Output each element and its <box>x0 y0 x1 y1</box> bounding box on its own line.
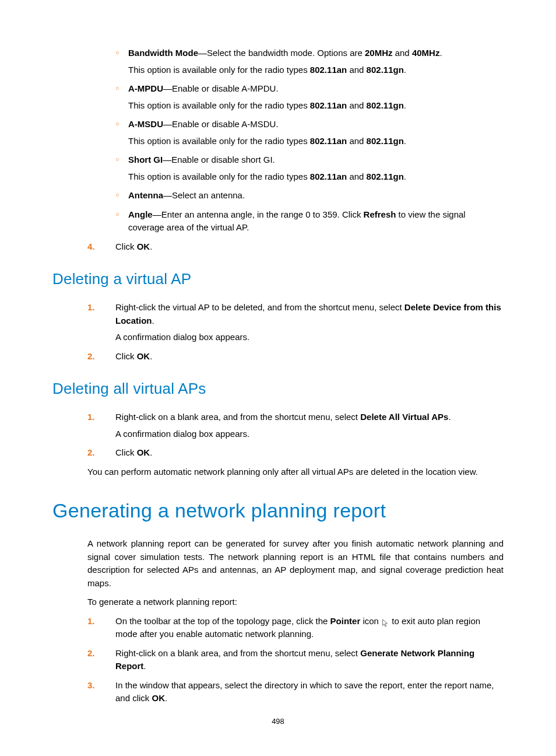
step-number: 2. <box>87 446 105 460</box>
text: . <box>143 661 146 671</box>
option-desc: —Enable or disable short GI. <box>163 155 275 164</box>
text: and <box>347 100 366 110</box>
step-list: 1. On the toolbar at the top of the topo… <box>87 615 504 705</box>
text: In the window that appears, select the d… <box>115 680 494 704</box>
radio-type: 802.11an <box>310 100 347 110</box>
step-note: A confirmation dialog box appears. <box>115 331 504 344</box>
step-list: 1. Right-click the virtual AP to be dele… <box>87 301 504 363</box>
option-label: Antenna <box>128 190 163 200</box>
text: This option is available only for the ra… <box>128 172 310 181</box>
paragraph: To generate a network planning report: <box>87 596 504 609</box>
step-number: 1. <box>87 301 105 314</box>
text: . <box>439 48 442 58</box>
radio-type: 802.11an <box>310 172 347 181</box>
text: . <box>150 447 152 457</box>
step-item: 4. Click OK. <box>87 240 504 254</box>
option-note: This option is available only for the ra… <box>128 135 504 148</box>
text: This option is available only for the ra… <box>128 100 310 110</box>
text: . <box>448 412 451 422</box>
text: Right-click on a blank area, and from th… <box>115 412 360 422</box>
step-item: 1. Right-click on a blank area, and from… <box>87 411 504 440</box>
option-note: This option is available only for the ra… <box>128 64 504 77</box>
text: . <box>150 242 152 251</box>
paragraph: You can perform automatic network planni… <box>87 466 504 479</box>
circle-bullet-icon: ○ <box>115 119 119 129</box>
radio-type: 802.11an <box>310 136 347 146</box>
text: Click <box>115 351 137 361</box>
step-number: 1. <box>87 411 105 424</box>
sub-item: ○ A-MSDU—Enable or disable A-MSDU. This … <box>115 118 504 148</box>
circle-bullet-icon: ○ <box>115 48 119 58</box>
option-label: Angle <box>128 209 153 219</box>
text: Right-click the virtual AP to be deleted… <box>115 302 404 312</box>
option-label: Bandwidth Mode <box>128 48 198 58</box>
sub-item: ○ Antenna—Select an antenna. <box>115 189 504 202</box>
text: . <box>404 65 406 75</box>
circle-bullet-icon: ○ <box>115 83 119 93</box>
step-item: 1. Right-click the virtual AP to be dele… <box>87 301 504 344</box>
step-item: 1. On the toolbar at the top of the topo… <box>87 615 504 641</box>
option-note: This option is available only for the ra… <box>128 170 504 184</box>
step-item: 3. In the window that appears, select th… <box>87 679 504 705</box>
page-number: 498 <box>0 716 556 727</box>
section-heading: Deleting all virtual APs <box>52 377 504 400</box>
sub-option-list: ○ Bandwidth Mode—Select the bandwidth mo… <box>115 47 504 235</box>
text: . <box>152 316 154 326</box>
text: and <box>347 65 366 75</box>
circle-bullet-icon: ○ <box>115 209 119 219</box>
step-list: 1. Right-click on a blank area, and from… <box>87 411 504 460</box>
circle-bullet-icon: ○ <box>115 155 119 164</box>
text: and <box>347 136 366 146</box>
text: and <box>347 172 366 181</box>
text: icon <box>360 616 381 626</box>
circle-bullet-icon: ○ <box>115 190 119 200</box>
radio-type: 802.11gn <box>367 172 404 181</box>
sub-item: ○ Bandwidth Mode—Select the bandwidth mo… <box>115 47 504 76</box>
text: . <box>165 693 167 703</box>
option-desc: —Enter an antenna angle, in the range 0 … <box>153 209 364 219</box>
step-list: 4. Click OK. <box>87 240 504 254</box>
option-desc: —Enable or disable A-MPDU. <box>163 83 279 93</box>
step-item: 2. Right-click on a blank area, and from… <box>87 647 504 673</box>
step-number: 4. <box>87 240 105 254</box>
step-item: 2. Click OK. <box>87 350 504 363</box>
option-value: 20MHz <box>365 48 393 58</box>
document-page: ○ Bandwidth Mode—Select the bandwidth mo… <box>0 0 556 756</box>
step-number: 1. <box>87 615 105 628</box>
option-desc: —Enable or disable A-MSDU. <box>163 119 279 129</box>
text: . <box>404 172 406 181</box>
sub-item: ○ Short GI—Enable or disable short GI. T… <box>115 153 504 183</box>
text: Click <box>115 447 137 457</box>
step-note: A confirmation dialog box appears. <box>115 428 504 441</box>
section-heading: Deleting a virtual AP <box>52 268 504 290</box>
ui-action: OK <box>137 242 150 251</box>
text: . <box>404 136 406 146</box>
text: Click <box>115 242 137 251</box>
ui-action: OK <box>152 693 166 703</box>
option-desc: —Select the bandwidth mode. Options are <box>198 48 365 58</box>
pointer-cursor-icon <box>381 618 389 626</box>
paragraph: A network planning report can be generat… <box>87 537 504 590</box>
step-number: 3. <box>87 679 105 692</box>
text: . <box>150 351 152 361</box>
radio-type: 802.11an <box>310 65 347 75</box>
option-label: A-MPDU <box>128 83 163 93</box>
option-label: A-MSDU <box>128 119 163 129</box>
option-desc: —Select an antenna. <box>163 190 245 200</box>
text: Right-click on a blank area, and from th… <box>115 648 360 658</box>
ui-label: Pointer <box>330 616 361 626</box>
ui-action: OK <box>137 351 150 361</box>
text: This option is available only for the ra… <box>128 65 310 75</box>
radio-type: 802.11gn <box>367 136 404 146</box>
step-item: 2. Click OK. <box>87 446 504 460</box>
option-action: Refresh <box>364 209 396 219</box>
radio-type: 802.11gn <box>367 100 404 110</box>
sub-item: ○ A-MPDU—Enable or disable A-MPDU. This … <box>115 82 504 112</box>
option-value: 40MHz <box>412 48 440 58</box>
text: This option is available only for the ra… <box>128 136 310 146</box>
option-label: Short GI <box>128 155 163 164</box>
text: and <box>393 48 412 58</box>
step-number: 2. <box>87 647 105 660</box>
option-note: This option is available only for the ra… <box>128 99 504 113</box>
step-number: 2. <box>87 350 105 363</box>
